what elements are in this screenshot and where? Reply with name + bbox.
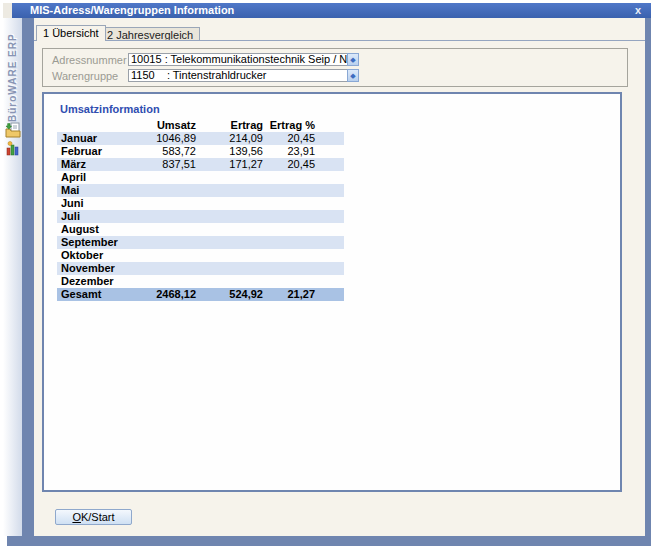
- window-frame-right: [645, 18, 651, 546]
- ertrag-cell: [196, 223, 263, 236]
- umsatz-cell: [140, 275, 196, 288]
- umsatz-cell: [140, 249, 196, 262]
- column-header-umsatz: Umsatz: [140, 118, 196, 132]
- tab-uebersicht[interactable]: 1 Übersicht: [36, 25, 106, 41]
- table-row: August: [57, 223, 344, 236]
- ertrag-pct-cell: [263, 171, 315, 184]
- umsatz-cell: 583,72: [140, 145, 196, 158]
- ertrag-pct-cell: [263, 197, 315, 210]
- month-cell: Mai: [57, 184, 140, 197]
- ok-start-button[interactable]: OK/Start: [55, 509, 132, 525]
- table-row: Juni: [57, 197, 344, 210]
- month-cell: Juli: [57, 210, 140, 223]
- month-cell: Oktober: [57, 249, 140, 262]
- warengruppe-field[interactable]: 1150 : Tintenstrahldrucker: [128, 69, 359, 82]
- table-row: Januar 1046,89 214,09 20,45: [57, 132, 344, 145]
- month-cell: November: [57, 262, 140, 275]
- total-label: Gesamt: [57, 288, 140, 301]
- ertrag-cell: [196, 275, 263, 288]
- total-umsatz: 2468,12: [140, 288, 196, 301]
- table-row: Dezember: [57, 275, 344, 288]
- ertrag-pct-cell: [263, 249, 315, 262]
- warengruppe-value[interactable]: 1150 : Tintenstrahldrucker: [128, 69, 347, 82]
- report-title: Umsatzinformation: [60, 103, 160, 115]
- month-cell: August: [57, 223, 140, 236]
- ertrag-pct-cell: [263, 223, 315, 236]
- fields-panel: Adressnummer 10015 : Telekommunikationst…: [42, 48, 628, 87]
- tab-divider: [34, 40, 645, 41]
- ertrag-pct-cell: [263, 275, 315, 288]
- umsatz-cell: 1046,89: [140, 132, 196, 145]
- ertrag-cell: 171,27: [196, 158, 263, 171]
- umsatz-cell: 837,51: [140, 158, 196, 171]
- bar-chart-icon[interactable]: [5, 140, 21, 156]
- table-row: Juli: [57, 210, 344, 223]
- import-folder-icon[interactable]: [5, 122, 21, 138]
- ertrag-cell: 214,09: [196, 132, 263, 145]
- umsatz-cell: [140, 210, 196, 223]
- adressnummer-field[interactable]: 10015 : Telekommunikationstechnik Seip /…: [128, 53, 359, 66]
- umsatz-cell: [140, 171, 196, 184]
- window-frame-left: [22, 18, 34, 546]
- ertrag-pct-cell: 23,91: [263, 145, 315, 158]
- ertrag-cell: [196, 210, 263, 223]
- brand-vertical-text: BüroWARE ERP: [3, 20, 22, 122]
- total-ertrag: 524,92: [196, 288, 263, 301]
- ertrag-cell: [196, 249, 263, 262]
- table-row: Februar 583,72 139,56 23,91: [57, 145, 344, 158]
- month-cell: Juni: [57, 197, 140, 210]
- report-panel: Umsatzinformation Umsatz Ertrag Ertrag %…: [42, 92, 622, 492]
- ertrag-cell: [196, 184, 263, 197]
- main-content: 1 Übersicht 2 Jahresvergleich Adressnumm…: [34, 18, 645, 536]
- month-cell: Dezember: [57, 275, 140, 288]
- month-cell: April: [57, 171, 140, 184]
- adressnummer-label: Adressnummer: [52, 54, 127, 66]
- table-row: März 837,51 171,27 20,45: [57, 158, 344, 171]
- umsatz-cell: [140, 184, 196, 197]
- close-icon[interactable]: x: [631, 3, 645, 18]
- ertrag-cell: [196, 236, 263, 249]
- umsatz-cell: [140, 197, 196, 210]
- column-header-ertrag-pct: Ertrag %: [263, 118, 315, 132]
- ertrag-pct-cell: [263, 184, 315, 197]
- ertrag-cell: [196, 197, 263, 210]
- month-cell: September: [57, 236, 140, 249]
- month-cell: Februar: [57, 145, 140, 158]
- ertrag-cell: [196, 171, 263, 184]
- tab-jahresvergleich[interactable]: 2 Jahresvergleich: [100, 27, 200, 41]
- umsatz-cell: [140, 223, 196, 236]
- titlebar: MIS-Adress/Warengruppen Information x: [12, 3, 651, 18]
- warengruppe-label: Warengruppe: [52, 70, 118, 82]
- column-header-ertrag: Ertrag: [196, 118, 263, 132]
- umsatz-table: Umsatz Ertrag Ertrag % Januar 1046,89 21…: [57, 118, 344, 301]
- ertrag-pct-cell: [263, 262, 315, 275]
- ertrag-pct-cell: 20,45: [263, 132, 315, 145]
- window-title: MIS-Adress/Warengruppen Information: [30, 4, 234, 16]
- adressnummer-spinner-icon[interactable]: [347, 53, 359, 66]
- ertrag-pct-cell: [263, 236, 315, 249]
- ertrag-pct-cell: [263, 210, 315, 223]
- column-header-month: [57, 118, 140, 132]
- adressnummer-value[interactable]: 10015 : Telekommunikationstechnik Seip /…: [128, 53, 347, 66]
- ertrag-cell: [196, 262, 263, 275]
- ertrag-cell: 139,56: [196, 145, 263, 158]
- warengruppe-spinner-icon[interactable]: [347, 69, 359, 82]
- table-row: Oktober: [57, 249, 344, 262]
- table-row: April: [57, 171, 344, 184]
- table-row: September: [57, 236, 344, 249]
- total-row: Gesamt 2468,12 524,92 21,27: [57, 288, 344, 301]
- window-corner-block: [3, 3, 12, 18]
- ertrag-pct-cell: 20,45: [263, 158, 315, 171]
- window-frame-bottom: [7, 536, 651, 546]
- total-ertrag-pct: 21,27: [263, 288, 315, 301]
- table-header-row: Umsatz Ertrag Ertrag %: [57, 118, 344, 132]
- umsatz-cell: [140, 236, 196, 249]
- table-row: November: [57, 262, 344, 275]
- table-row: Mai: [57, 184, 344, 197]
- umsatz-cell: [140, 262, 196, 275]
- month-cell: Januar: [57, 132, 140, 145]
- month-cell: März: [57, 158, 140, 171]
